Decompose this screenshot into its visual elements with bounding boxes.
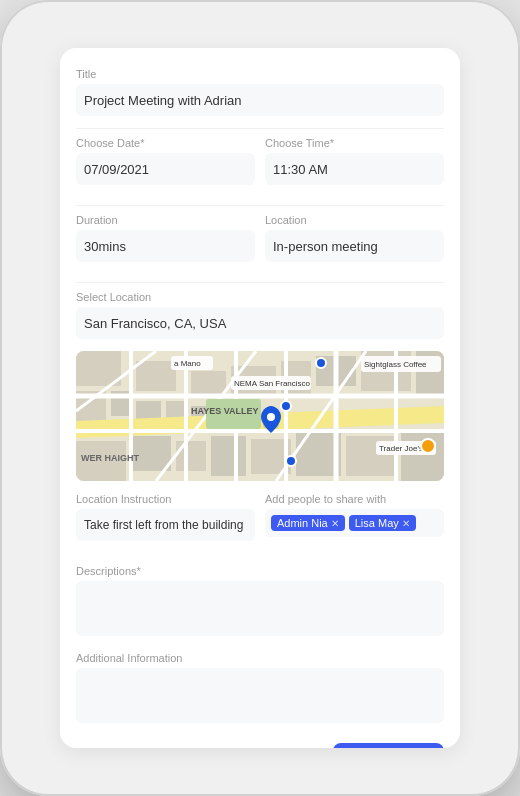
svg-text:a Mano: a Mano (174, 359, 201, 368)
additional-info-field: Additional Information (76, 652, 444, 727)
additional-info-label: Additional Information (76, 652, 444, 664)
additional-info-input[interactable] (76, 668, 444, 723)
tag-lisa-may-remove[interactable]: ✕ (402, 518, 410, 529)
divider-2 (76, 205, 444, 206)
title-field: Title Project Meeting with Adrian (76, 68, 444, 116)
title-value: Project Meeting with Adrian (76, 84, 444, 116)
divider-3 (76, 282, 444, 283)
people-tags[interactable]: Admin Nia ✕ Lisa May ✕ (265, 509, 444, 537)
title-label: Title (76, 68, 444, 80)
duration-value: 30mins (76, 230, 255, 262)
location-type-label: Location (265, 214, 444, 226)
add-people-label: Add people to share with (265, 493, 444, 505)
submit-button[interactable]: Submit (333, 743, 444, 748)
date-field: Choose Date* 07/09/2021 (76, 137, 255, 185)
descriptions-field: Descriptions* (76, 565, 444, 640)
time-value[interactable]: 11:30 AM (265, 153, 444, 185)
svg-rect-21 (401, 431, 444, 481)
date-value[interactable]: 07/09/2021 (76, 153, 255, 185)
svg-point-48 (281, 401, 291, 411)
tag-admin-nia[interactable]: Admin Nia ✕ (271, 515, 345, 531)
form-container: Title Project Meeting with Adrian Choose… (60, 48, 460, 748)
svg-point-49 (286, 456, 296, 466)
submit-row: Submit (76, 743, 444, 748)
location-type-value: In-person meeting (265, 230, 444, 262)
svg-text:Sightglass Coffee: Sightglass Coffee (364, 360, 427, 369)
date-time-row: Choose Date* 07/09/2021 Choose Time* 11:… (76, 137, 444, 197)
location-instruction-row: Location Instruction Take first left fro… (76, 493, 444, 553)
select-location-label: Select Location (76, 291, 444, 303)
location-type-field: Location In-person meeting (265, 214, 444, 262)
svg-text:WER HAIGHT: WER HAIGHT (81, 453, 139, 463)
duration-field: Duration 30mins (76, 214, 255, 262)
location-instruction-field: Location Instruction Take first left fro… (76, 493, 255, 541)
svg-text:NEMA San Francisco: NEMA San Francisco (234, 379, 311, 388)
add-people-field: Add people to share with Admin Nia ✕ Lis… (265, 493, 444, 541)
tag-admin-nia-label: Admin Nia (277, 517, 328, 529)
select-location-value[interactable]: San Francisco, CA, USA (76, 307, 444, 339)
select-location-field: Select Location San Francisco, CA, USA (76, 291, 444, 339)
svg-point-52 (267, 413, 275, 421)
phone-shell: Title Project Meeting with Adrian Choose… (0, 0, 520, 796)
duration-label: Duration (76, 214, 255, 226)
descriptions-label: Descriptions* (76, 565, 444, 577)
descriptions-input[interactable] (76, 581, 444, 636)
map-container[interactable]: HAYES VALLEY Sightglass Coffee a Mano NE… (76, 351, 444, 481)
date-label: Choose Date* (76, 137, 255, 149)
divider-1 (76, 128, 444, 129)
svg-rect-7 (191, 371, 226, 396)
tag-admin-nia-remove[interactable]: ✕ (331, 518, 339, 529)
svg-rect-17 (211, 436, 246, 476)
duration-location-row: Duration 30mins Location In-person meeti… (76, 214, 444, 274)
tag-lisa-may[interactable]: Lisa May ✕ (349, 515, 416, 531)
svg-rect-4 (136, 361, 176, 391)
svg-text:HAYES VALLEY: HAYES VALLEY (191, 406, 259, 416)
svg-text:Trader Joe's: Trader Joe's (379, 444, 423, 453)
time-label: Choose Time* (265, 137, 444, 149)
svg-rect-16 (176, 441, 206, 471)
location-instruction-label: Location Instruction (76, 493, 255, 505)
location-instruction-value[interactable]: Take first left from the building (76, 509, 255, 541)
svg-point-50 (421, 439, 435, 453)
time-field: Choose Time* 11:30 AM (265, 137, 444, 185)
tag-lisa-may-label: Lisa May (355, 517, 399, 529)
svg-point-47 (316, 358, 326, 368)
